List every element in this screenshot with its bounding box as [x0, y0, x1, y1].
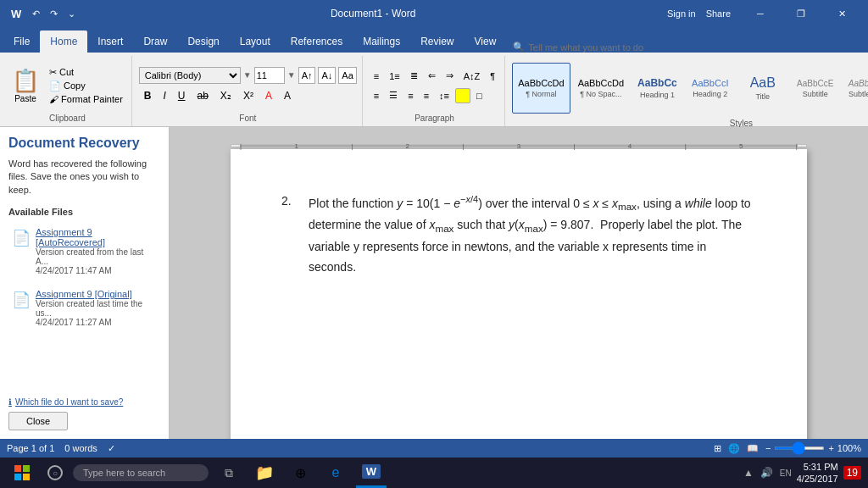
align-center-button[interactable]: ☰ [385, 87, 402, 104]
underline-button[interactable]: U [173, 86, 191, 105]
shading-button[interactable] [455, 88, 470, 103]
style-title[interactable]: AaB Title [737, 63, 788, 114]
styles-strip: AaBbCcDd ¶ Normal AaBbCcDd ¶ No Spac... … [512, 58, 868, 119]
view-web[interactable]: 🌐 [728, 443, 740, 454]
increase-indent-button[interactable]: ⇒ [442, 68, 458, 85]
zoom-slider[interactable] [774, 446, 825, 450]
tab-design[interactable]: Design [177, 30, 229, 53]
minimize-button[interactable]: ─ [741, 0, 780, 27]
tab-review[interactable]: Review [410, 30, 464, 53]
keyboard-icon[interactable]: EN [780, 469, 792, 478]
cut-button[interactable]: ✂ Cut [46, 66, 126, 79]
which-file-link[interactable]: ℹ Which file do I want to save? [8, 397, 160, 407]
quick-access[interactable]: W ↶ ↷ ⌄ [7, 6, 79, 22]
sign-in-button[interactable]: Sign in [667, 8, 696, 19]
clear-format-button[interactable]: Aa [338, 67, 356, 84]
redo-button[interactable]: ↷ [47, 7, 61, 21]
zoom-out-button[interactable]: − [765, 443, 771, 453]
align-left-button[interactable]: ≡ [370, 87, 383, 104]
recovery-title: Document Recovery [8, 136, 160, 151]
font-name-select[interactable]: Calibri (Body) [139, 67, 241, 84]
justify-button[interactable]: ≡ [420, 87, 433, 104]
proofreading-icon[interactable]: ✓ [108, 443, 115, 454]
border-button[interactable]: □ [472, 87, 487, 104]
decrease-indent-button[interactable]: ⇐ [424, 68, 440, 85]
restore-button[interactable]: ❐ [782, 0, 821, 27]
bold-button[interactable]: B [139, 86, 157, 105]
volume-icon[interactable]: 🔊 [760, 467, 773, 479]
show-marks-button[interactable]: ¶ [486, 68, 499, 85]
style-normal[interactable]: AaBbCcDd ¶ Normal [512, 63, 570, 114]
font-controls: Calibri (Body) ▼ ▼ A↑ A↓ Aa B I U ab X₂ … [139, 67, 357, 105]
zoom-in-button[interactable]: + [828, 443, 833, 453]
task-view-button[interactable]: ⧉ [214, 458, 244, 488]
tab-insert[interactable]: Insert [87, 30, 133, 53]
font-row2: B I U ab X₂ X² A A [139, 86, 357, 105]
search-input[interactable] [73, 464, 209, 481]
clipboard-label: Clipboard [49, 114, 86, 125]
quick-access-dropdown[interactable]: ⌄ [64, 7, 79, 21]
view-print-layout[interactable]: ⊞ [714, 443, 721, 454]
window-controls[interactable]: ─ ❐ ✕ [741, 0, 861, 27]
tab-home[interactable]: Home [40, 30, 87, 53]
sort-button[interactable]: A↕Z [459, 68, 485, 85]
style-subtle-em[interactable]: AaBbCcDa Subtle Em... [843, 63, 868, 114]
tab-draw[interactable]: Draw [133, 30, 177, 53]
font-color-button[interactable]: A [260, 86, 277, 105]
cortana-button[interactable]: ○ [42, 458, 68, 488]
tab-view[interactable]: View [465, 30, 507, 53]
undo-button[interactable]: ↶ [29, 7, 43, 21]
current-date: 4/25/2017 [797, 473, 838, 485]
view-read[interactable]: 📖 [747, 443, 759, 454]
document-content: 2. Plot the function y = 10(1 − e−x/4) o… [281, 191, 756, 278]
line-spacing-button[interactable]: ↕≡ [435, 87, 453, 104]
notifications-button[interactable]: 19 [843, 466, 861, 480]
style-heading2[interactable]: AaBbCcI Heading 2 [685, 63, 736, 114]
svg-rect-1 [23, 465, 30, 472]
file-explorer-button[interactable]: 📁 [249, 458, 280, 488]
paste-button[interactable]: 📋 Paste [8, 64, 42, 107]
clock[interactable]: 5:31 PM 4/25/2017 [797, 461, 838, 485]
font-size-input[interactable] [254, 67, 285, 84]
close-button[interactable]: ✕ [822, 0, 861, 27]
file-item-original[interactable]: 📄 Assignment 9 [Original] Version create… [8, 286, 160, 330]
tab-layout[interactable]: Layout [230, 30, 281, 53]
italic-button[interactable]: I [158, 86, 170, 105]
superscript-button[interactable]: X² [238, 86, 259, 105]
numbering-button[interactable]: 1≡ [385, 68, 404, 85]
format-painter-button[interactable]: 🖌 Format Painter [46, 93, 126, 105]
strikethrough-button[interactable]: ab [192, 86, 214, 105]
multilevel-button[interactable]: ≣ [406, 68, 422, 85]
network-icon[interactable]: ▲ [743, 467, 754, 479]
styles-group: AaBbCcDd ¶ Normal AaBbCcDd ¶ No Spac... … [507, 56, 868, 126]
style-no-spacing[interactable]: AaBbCcDd ¶ No Spac... [572, 63, 630, 114]
word-taskbar-button[interactable]: W [356, 458, 387, 488]
copy-button[interactable]: 📄 Copy [46, 80, 126, 92]
close-recovery-button[interactable]: Close [8, 412, 68, 430]
align-right-button[interactable]: ≡ [403, 87, 417, 104]
start-button[interactable] [7, 458, 37, 488]
chrome-button[interactable]: ⊕ [285, 458, 315, 488]
tab-file[interactable]: File [3, 30, 40, 53]
edge-button[interactable]: e [320, 458, 351, 488]
style-subtitle[interactable]: AaBbCcE Subtitle [790, 63, 841, 114]
document-page[interactable]: 2. Plot the function y = 10(1 − e−x/4) o… [231, 149, 807, 439]
tab-mailings[interactable]: Mailings [353, 30, 410, 53]
zoom-control[interactable]: − + 100% [765, 443, 861, 453]
tab-references[interactable]: References [281, 30, 353, 53]
increase-font-button[interactable]: A↑ [298, 67, 316, 84]
paragraph-group: ≡ 1≡ ≣ ⇐ ⇒ A↕Z ¶ ≡ ☰ ≡ ≡ ↕≡ □ [364, 56, 505, 126]
file-item-autorecovered[interactable]: 📄 Assignment 9 [AutoRecovered] Version c… [8, 224, 160, 279]
style-heading1[interactable]: AaBbCc Heading 1 [632, 63, 683, 114]
tell-me-input[interactable] [528, 42, 698, 53]
decrease-font-button[interactable]: A↓ [318, 67, 336, 84]
taskbar-left: ○ ⧉ 📁 ⊕ e W [7, 458, 387, 488]
highlight-button[interactable]: A [279, 86, 296, 105]
cortana-icon: ○ [47, 465, 63, 480]
share-button[interactable]: Share [706, 8, 731, 19]
current-time: 5:31 PM [797, 461, 838, 473]
subscript-button[interactable]: X₂ [215, 86, 236, 105]
bullets-button[interactable]: ≡ [370, 68, 383, 85]
available-files-label: Available Files [8, 207, 160, 217]
recovery-panel: Document Recovery Word has recovered the… [0, 127, 170, 439]
